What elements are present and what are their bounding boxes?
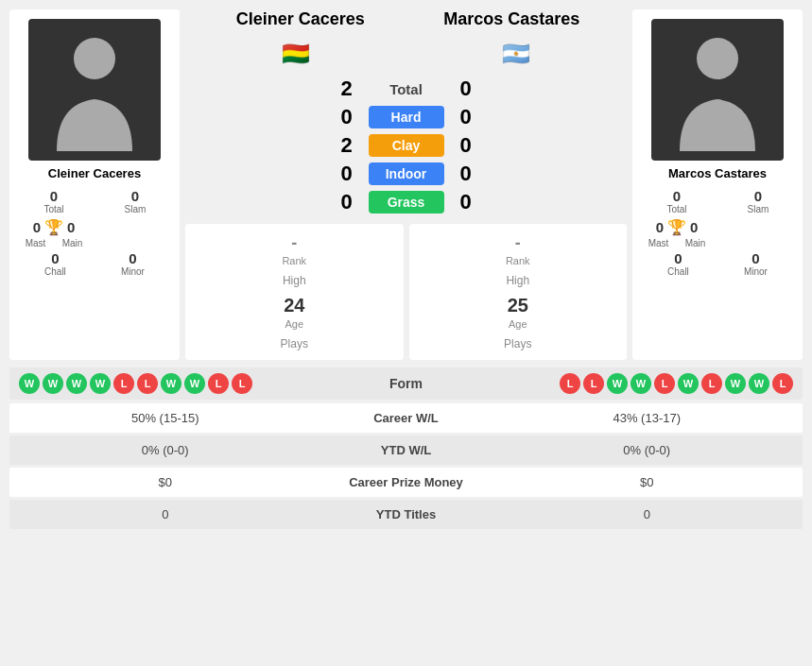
form-label: Form [350,376,463,391]
p1-form-4: W [90,373,111,394]
player2-slam-value: 0 Slam [721,188,795,214]
player1-age-label: Age [193,318,396,330]
player2-info-box: - Rank High 25 Age Plays [409,224,628,360]
players-row: Cleiner Caceres 0 Total 0 Slam 0 🏆 0 [9,9,803,360]
surface-clay-row: 2 Clay 0 [185,133,627,158]
player2-chall-value: 0 [667,250,689,266]
player2-prize: $0 [501,475,794,489]
player1-name-label: Cleiner Caceres [48,166,141,180]
p1-form-6: L [137,373,158,394]
player2-stats-grid: 0 Total 0 Slam 0 🏆 0 Mast Main [640,188,795,277]
player1-ytd-wl: 0% (0-0) [19,443,312,457]
s1-indoor: 0 [333,162,361,186]
career-wl-label: Career W/L [312,411,501,425]
p1-form-1: W [19,373,40,394]
player2-total-value: 0 Total [640,188,714,214]
surface-indoor-row: 0 Indoor 0 [185,162,627,186]
svg-point-0 [74,38,115,79]
surface-grass-row: 0 Grass 0 [185,190,627,214]
career-wl-row: 50% (15-15) Career W/L 43% (13-17) [9,403,803,433]
surface-total-row: 2 Total 0 [185,77,627,101]
s2-clay: 0 [452,133,480,158]
player1-ytd-titles: 0 [19,507,312,521]
p1-form-7: W [161,373,181,394]
player1-minor-value: 0 [121,250,145,266]
s1-total: 2 [333,77,361,101]
player1-info-box: - Rank High 24 Age Plays [185,224,404,360]
svg-point-1 [697,38,738,79]
ytd-wl-row: 0% (0-0) YTD W/L 0% (0-0) [9,435,803,465]
p1-form-9: L [208,373,229,394]
s1-clay: 2 [333,133,361,158]
p2-form-9: W [749,373,769,394]
player1-rank-label: Rank [193,255,396,266]
p1-form-2: W [43,373,63,394]
p1-form-5: L [113,373,134,394]
p1-form-8: W [184,373,205,394]
player2-main-value: 0 [690,219,698,235]
middle-section: Cleiner Caceres Marcos Castares 🇧🇴 🇦🇷 2 … [180,9,632,360]
player2-flag: 🇦🇷 [502,41,530,67]
player2-avatar [651,19,784,161]
prize-row: $0 Career Prize Money $0 [9,468,803,497]
ytd-titles-label: YTD Titles [312,507,501,521]
player2-name-label: Marcos Castares [668,166,767,180]
player1-stats-grid: 0 Total 0 Slam 0 🏆 0 Mast Main [17,188,172,277]
s2-hard: 0 [452,105,480,129]
player1-career-wl: 50% (15-15) [19,411,312,425]
player1-header-name: Cleiner Caceres [195,9,406,29]
ytd-titles-row: 0 YTD Titles 0 [9,500,803,529]
p2-form-5: L [654,373,675,394]
p2-form-2: L [583,373,604,394]
surface-hard-row: 0 Hard 0 [185,105,627,129]
player1-bottom-stats: 0 Chall 0 Minor [17,250,172,277]
player1-mast-row: 0 🏆 0 Mast Main [17,216,91,248]
player1-trophy-icon: 🏆 [44,218,63,236]
total-label: Total [369,81,444,97]
player1-chall-value: 0 [44,250,66,266]
player1-card: Cleiner Caceres 0 Total 0 Slam 0 🏆 0 [9,9,180,360]
s2-total: 0 [452,77,480,101]
player2-mast-row: 0 🏆 0 Mast Main [640,216,714,248]
info-boxes-row: - Rank High 24 Age Plays - Rank High 25 [185,224,627,360]
player2-career-wl: 43% (13-17) [501,411,794,425]
p2-form-8: W [725,373,746,394]
player1-age-value: 24 [193,295,396,316]
player2-minor-value: 0 [744,250,768,266]
bottom-section: W W W W L L W W L L Form L L W W L W L W [9,367,803,529]
player2-ytd-wl: 0% (0-0) [501,443,794,457]
indoor-btn: Indoor [369,162,444,185]
player1-flag: 🇧🇴 [282,41,310,67]
hard-btn: Hard [369,106,444,128]
s1-grass: 0 [333,190,361,214]
player2-card: Marcos Castares 0 Total 0 Slam 0 🏆 0 [632,9,803,360]
player1-total-value: 0 Total [17,188,91,214]
p2-form-3: W [607,373,628,394]
player1-main-value: 0 [67,219,75,235]
player2-trophy-icon: 🏆 [667,218,686,236]
player2-mast-value: 0 [656,219,664,235]
clay-btn: Clay [369,134,444,157]
p2-form-7: L [701,373,722,394]
player2-rank-label: Rank [417,255,620,266]
player1-mast-value: 0 [33,219,41,235]
player2-header-name: Marcos Castares [406,9,618,29]
player2-high-label: High [417,274,620,287]
player2-bottom-stats: 0 Chall 0 Minor [640,250,795,277]
prize-label: Career Prize Money [312,475,501,489]
player2-plays-label: Plays [417,337,620,350]
player1-rank-value: - [193,233,396,253]
p2-form-1: L [560,373,580,394]
p1-form-10: L [232,373,252,394]
ytd-wl-label: YTD W/L [312,443,501,457]
s2-indoor: 0 [452,162,480,186]
player1-high-label: High [193,274,396,287]
player1-slam-value: 0 Slam [98,188,172,214]
p2-form-6: W [678,373,699,394]
p1-form-3: W [66,373,87,394]
s1-hard: 0 [333,105,361,129]
grass-btn: Grass [369,191,444,213]
player2-age-value: 25 [417,295,620,316]
player2-rank-value: - [417,233,620,253]
player2-age-label: Age [417,318,620,330]
